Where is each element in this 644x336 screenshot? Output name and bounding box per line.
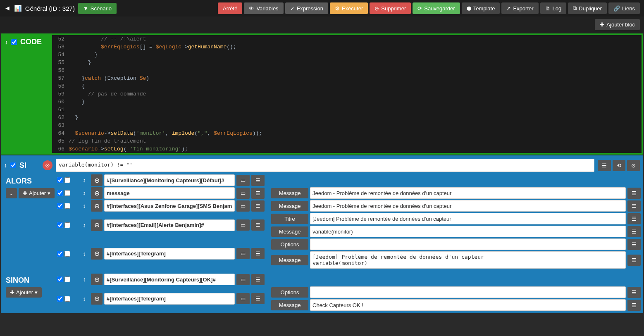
action-parallel-checkbox[interactable]	[64, 222, 70, 228]
list-icon-button[interactable]: ☰	[627, 239, 641, 250]
list-button[interactable]: ☰	[251, 293, 265, 304]
remove-action-button[interactable]: ⊖	[91, 187, 103, 199]
list-button[interactable]: ☰	[251, 188, 265, 199]
list-icon-button[interactable]: ☰	[627, 226, 641, 237]
delete-button[interactable]: ⊖Supprimer	[370, 2, 411, 14]
move-icon[interactable]: ↕	[80, 203, 88, 209]
save-button[interactable]: ⟳Sauvegarder	[413, 2, 460, 14]
action-command-input[interactable]	[104, 248, 235, 260]
action-parallel-checkbox[interactable]	[64, 276, 70, 282]
export-button[interactable]: ↗Exporter	[501, 2, 538, 14]
not-button[interactable]: ⊘	[43, 160, 52, 170]
add-block-button[interactable]: ✚Ajouter bloc	[595, 19, 640, 30]
action-parallel-checkbox[interactable]	[64, 190, 70, 196]
select-button[interactable]: ▭	[236, 293, 250, 304]
export-icon: ↗	[506, 5, 511, 12]
template-button[interactable]: ⬢Template	[462, 2, 500, 14]
list-button[interactable]: ☰	[251, 274, 265, 285]
action-command-input[interactable]	[104, 187, 235, 199]
list-icon-button[interactable]: ☰	[627, 287, 641, 298]
list-icon-button[interactable]: ☰	[627, 213, 641, 224]
link-icon: 🔗	[613, 5, 620, 12]
second-row: ✚Ajouter bloc	[0, 17, 644, 33]
param-value-input[interactable]	[310, 299, 626, 311]
move-icon[interactable]: ↕	[80, 276, 88, 283]
list-button[interactable]: ☰	[251, 219, 265, 231]
move-icon[interactable]: ↕	[80, 177, 88, 183]
si-condition-input[interactable]	[56, 159, 594, 172]
action-command-input[interactable]	[104, 219, 235, 231]
select-button[interactable]: ▭	[236, 200, 250, 212]
action-enabled-checkbox[interactable]	[57, 203, 63, 209]
action-enabled-checkbox[interactable]	[57, 222, 63, 228]
move-icon[interactable]: ↕	[5, 39, 8, 45]
add-alors-button[interactable]: ✚Ajouter ▾	[19, 188, 55, 198]
remove-action-button[interactable]: ⊖	[91, 293, 103, 305]
move-icon[interactable]: ↕	[80, 222, 88, 229]
param-value-input[interactable]	[310, 213, 626, 224]
si-checkbox[interactable]	[10, 162, 16, 168]
target-icon-button[interactable]: ⊙	[627, 160, 640, 171]
expression-button[interactable]: ✓Expression	[285, 2, 328, 14]
action-parallel-checkbox[interactable]	[64, 296, 70, 302]
move-icon[interactable]: ↕	[4, 162, 7, 169]
action-row: ↕ ⊖ ▭ ☰ Options ☰ Message ☰	[57, 286, 641, 311]
stop-button[interactable]: Arrêté	[218, 2, 242, 14]
action-parallel-checkbox[interactable]	[64, 251, 70, 257]
param-value-input[interactable]	[310, 226, 626, 237]
list-icon-button[interactable]: ☰	[627, 200, 641, 212]
param-value-input[interactable]	[310, 238, 626, 250]
list-button[interactable]: ☰	[251, 175, 265, 186]
select-button[interactable]: ▭	[236, 219, 250, 231]
duplicate-button[interactable]: ⧉Dupliquer	[568, 2, 607, 14]
param-value-input[interactable]	[310, 200, 626, 212]
action-command-input[interactable]	[104, 274, 235, 285]
list-icon-button[interactable]: ☰	[627, 300, 641, 311]
move-icon[interactable]: ↕	[80, 295, 88, 302]
select-button[interactable]: ▭	[236, 248, 250, 259]
remove-action-button[interactable]: ⊖	[91, 219, 103, 231]
list-button[interactable]: ☰	[251, 200, 265, 212]
remove-action-button[interactable]: ⊖	[91, 200, 103, 212]
action-enabled-checkbox[interactable]	[57, 296, 63, 302]
remove-action-button[interactable]: ⊖	[91, 174, 103, 186]
param-value-input[interactable]	[310, 187, 626, 199]
action-command-input[interactable]	[104, 174, 235, 186]
action-command-input[interactable]	[104, 200, 235, 212]
action-enabled-checkbox[interactable]	[57, 177, 63, 183]
scenario-button[interactable]: ▼ Scénario	[78, 3, 117, 14]
param-value-input[interactable]: [Jeedom] Problème de remontée de données…	[310, 251, 626, 269]
history-icon-button[interactable]: ⟲	[613, 160, 625, 171]
back-icon[interactable]: ◄	[4, 5, 11, 12]
si-block: ⊖ ↕ SI ⊘ ☰ ⟲ ⊙ ALORS ⌄ ✚Ajouter ▾	[1, 155, 643, 313]
code-editor[interactable]: 52 // -- /!\alert53 $errEqLogics[] = $eq…	[52, 35, 642, 153]
select-button[interactable]: ▭	[236, 175, 250, 186]
select-button[interactable]: ▭	[236, 188, 250, 199]
links-button[interactable]: 🔗Liens	[608, 2, 640, 14]
move-icon[interactable]: ↕	[80, 190, 88, 196]
select-button[interactable]: ▭	[236, 274, 250, 285]
action-parallel-checkbox[interactable]	[64, 203, 70, 209]
list-icon-button[interactable]: ☰	[627, 188, 641, 199]
toggle-alors-button[interactable]: ⌄	[6, 188, 17, 198]
action-enabled-checkbox[interactable]	[57, 276, 63, 282]
action-parallel-checkbox[interactable]	[64, 177, 70, 183]
list-icon-button[interactable]: ☰	[627, 255, 641, 266]
remove-action-button[interactable]: ⊖	[91, 248, 103, 260]
log-button[interactable]: 🗎Log	[540, 2, 567, 14]
param-value-input[interactable]	[310, 286, 626, 298]
dashboard-icon: 📊	[14, 5, 22, 12]
action-command-input[interactable]	[104, 293, 235, 305]
list-button[interactable]: ☰	[251, 248, 265, 259]
param-label: Titre	[271, 214, 308, 224]
action-enabled-checkbox[interactable]	[57, 190, 63, 196]
move-icon[interactable]: ↕	[80, 250, 88, 257]
action-enabled-checkbox[interactable]	[57, 251, 63, 257]
code-checkbox[interactable]	[11, 39, 17, 45]
remove-action-button[interactable]: ⊖	[91, 274, 103, 285]
list-icon-button[interactable]: ☰	[598, 160, 611, 171]
minus-icon: ⊖	[374, 5, 379, 12]
execute-button[interactable]: ⚙Exécuter	[330, 2, 368, 14]
add-sinon-button[interactable]: ✚Ajouter ▾	[6, 287, 42, 298]
variables-button[interactable]: 👁Variables	[244, 2, 283, 14]
